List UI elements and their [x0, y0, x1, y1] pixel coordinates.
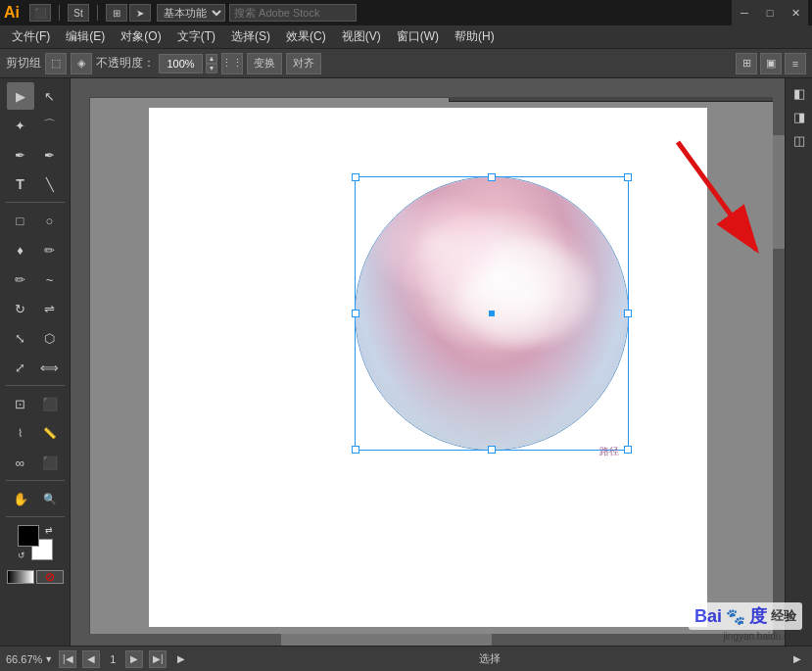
- properties-panel-icon[interactable]: ◫: [788, 129, 810, 151]
- workspace-select[interactable]: 基本功能: [157, 4, 225, 22]
- zoom-dropdown-arrow[interactable]: ▼: [44, 654, 53, 664]
- tool-row-6: ♦ ✏: [2, 236, 68, 264]
- swap-colors-icon[interactable]: ⇄: [45, 525, 53, 535]
- ruler-horizontal: [90, 78, 773, 98]
- menu-object[interactable]: 对象(O): [113, 25, 168, 49]
- pen-tool[interactable]: ✒: [7, 141, 34, 168]
- free-transform-tool[interactable]: ⊡: [7, 390, 34, 417]
- send-icon[interactable]: ➤: [129, 4, 151, 22]
- blend-tool[interactable]: ∞: [7, 449, 34, 476]
- stock-search-bar[interactable]: [229, 4, 357, 22]
- vertical-scrollbar-thumb[interactable]: [773, 135, 785, 249]
- page-number: 1: [106, 653, 119, 665]
- foreground-color-box[interactable]: [18, 525, 39, 547]
- align-button[interactable]: 对齐: [286, 53, 321, 74]
- menu-effect[interactable]: 效果(C): [278, 25, 334, 49]
- magic-wand-tool[interactable]: ✦: [7, 112, 34, 139]
- direct-select-tool[interactable]: ↖: [36, 82, 64, 110]
- horizontal-scrollbar-thumb[interactable]: [281, 634, 492, 646]
- tool-separator-3: [6, 480, 65, 481]
- menu-file[interactable]: 文件(F): [4, 25, 58, 49]
- lasso-tool[interactable]: ⌒: [36, 112, 64, 139]
- handle-bottom-left[interactable]: [352, 446, 359, 454]
- vertical-scrollbar[interactable]: [773, 78, 785, 646]
- select-tool[interactable]: ▶: [7, 82, 34, 110]
- menu-text[interactable]: 文字(T): [169, 25, 223, 49]
- handle-bottom-center[interactable]: [488, 446, 496, 454]
- reflect-tool[interactable]: ⇌: [36, 295, 64, 322]
- blob-brush-tool[interactable]: ✏: [36, 236, 64, 264]
- view-mode-icons[interactable]: ⊞ ➤: [106, 4, 151, 22]
- hand-tool[interactable]: ✋: [7, 485, 34, 512]
- rotate-tool[interactable]: ↻: [7, 295, 34, 322]
- warp-tool[interactable]: ⤢: [7, 354, 34, 381]
- rect-tool[interactable]: □: [7, 207, 34, 234]
- no-stroke-icon[interactable]: ⊘: [36, 570, 64, 584]
- transform-button[interactable]: 变换: [247, 53, 282, 74]
- handle-top-left[interactable]: [352, 173, 359, 181]
- status-text: 选择: [196, 651, 783, 666]
- grid-icon[interactable]: ⊞: [736, 53, 757, 74]
- opacity-label: 不透明度：: [96, 55, 155, 72]
- nav-next-button[interactable]: ▶: [125, 650, 143, 668]
- artboards-panel-icon[interactable]: ◨: [788, 106, 810, 127]
- canvas-content[interactable]: 路径: [71, 78, 785, 646]
- minimize-button[interactable]: ─: [732, 0, 757, 25]
- menu-edit[interactable]: 编辑(E): [58, 25, 113, 49]
- horizontal-scrollbar[interactable]: [71, 634, 773, 646]
- play-button[interactable]: ▶: [172, 650, 190, 668]
- path-label: 路径: [599, 445, 619, 458]
- nav-last-button[interactable]: ▶|: [149, 650, 167, 668]
- menu-select[interactable]: 选择(S): [223, 25, 278, 49]
- add-anchor-tool[interactable]: ✒: [36, 141, 64, 168]
- close-button[interactable]: ✕: [783, 0, 808, 25]
- stock-search-input[interactable]: [229, 4, 357, 22]
- menu-icon[interactable]: ≡: [785, 53, 806, 74]
- menu-window[interactable]: 窗口(W): [389, 25, 447, 49]
- center-point: [489, 311, 495, 316]
- reset-colors-icon[interactable]: ↺: [18, 551, 25, 560]
- text-tool[interactable]: T: [7, 170, 34, 198]
- gradient-indicator[interactable]: [7, 570, 34, 584]
- layers-panel-icon[interactable]: ◧: [788, 82, 810, 104]
- menu-view[interactable]: 视图(V): [334, 25, 389, 49]
- menu-help[interactable]: 帮助(H): [447, 25, 502, 49]
- measure-tool[interactable]: 📏: [36, 419, 64, 447]
- brush-tool[interactable]: ♦: [7, 236, 34, 264]
- width-tool[interactable]: ⟺: [36, 354, 64, 381]
- opacity-up[interactable]: ▲: [206, 54, 217, 64]
- tool-row-5: □ ○: [2, 207, 68, 234]
- tb-icon-2[interactable]: St: [68, 4, 89, 22]
- tool-row-8: ↻ ⇌: [2, 295, 68, 322]
- handle-top-right[interactable]: [624, 173, 632, 181]
- align-distribute-icon[interactable]: ⋮⋮: [221, 53, 243, 74]
- options-icon[interactable]: ◈: [71, 53, 92, 74]
- zoom-tool[interactable]: 🔍: [36, 485, 64, 512]
- maximize-button[interactable]: □: [757, 0, 783, 25]
- eyedropper-tool[interactable]: ⌇: [7, 419, 34, 447]
- nav-prev-button[interactable]: ◀: [82, 650, 100, 668]
- grid-view-icon[interactable]: ⊞: [106, 4, 127, 22]
- opacity-input[interactable]: [159, 54, 203, 73]
- artwork-container[interactable]: 路径: [355, 176, 629, 451]
- play-right-button[interactable]: ▶: [788, 650, 806, 668]
- panel-icon[interactable]: ▣: [760, 53, 782, 74]
- pencil-tool[interactable]: ✏: [7, 265, 34, 293]
- ellipse-tool[interactable]: ○: [36, 207, 64, 234]
- smooth-tool[interactable]: ~: [36, 265, 64, 293]
- perspective-tool[interactable]: ⬛: [36, 390, 64, 417]
- scale-tool[interactable]: ⤡: [7, 324, 34, 352]
- window-controls[interactable]: ─ □ ✕: [732, 0, 808, 25]
- chart-tool[interactable]: ⬛: [36, 449, 64, 476]
- title-bar: Ai ⬛ St ⊞ ➤ 基本功能 ─ □ ✕: [0, 0, 812, 25]
- line-tool[interactable]: ╲: [36, 170, 64, 198]
- nav-first-button[interactable]: |◀: [59, 650, 76, 668]
- handle-top-center[interactable]: [488, 173, 496, 181]
- handle-middle-left[interactable]: [352, 310, 359, 317]
- handle-bottom-right[interactable]: [624, 446, 632, 454]
- opacity-down[interactable]: ▼: [206, 64, 217, 73]
- tb-icon-1[interactable]: ⬛: [29, 4, 51, 22]
- handle-middle-right[interactable]: [624, 310, 632, 317]
- shear-tool[interactable]: ⬡: [36, 324, 64, 352]
- transform-box-icon[interactable]: ⬚: [45, 53, 67, 74]
